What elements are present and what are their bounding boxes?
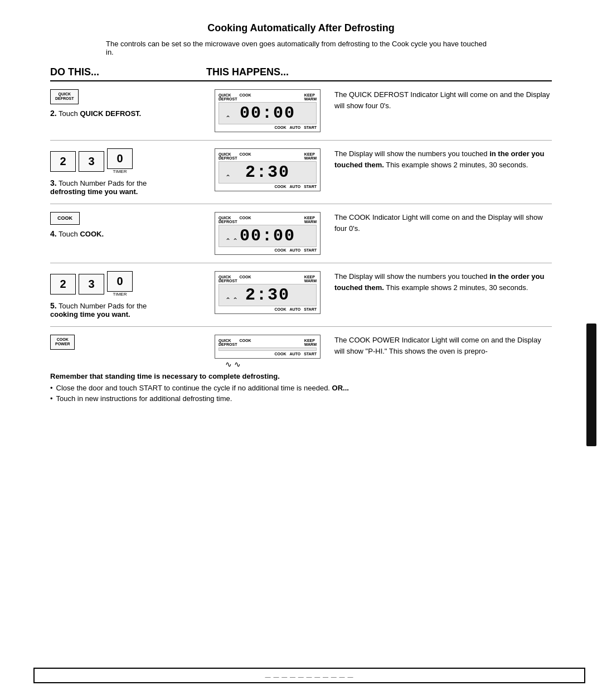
bottom-bar-text: — — — — — — — — — — — [265, 674, 354, 680]
mw-display-5: QUICKDEFROST COOK KEEPWARM ⌃ ⌃ 2:30 COOK… [215, 271, 321, 314]
timer-label-a: TIMER [113, 169, 127, 174]
step-3-label: Touch Number Pads for thedefrosting time… [50, 179, 147, 196]
display-1-screen: 00:00 [219, 102, 317, 124]
mw-display-6: QUICKDEFROST COOK KEEPWARM ∿ ∿ COOK AUTO… [215, 335, 321, 359]
step-6-desc: The COOK POWER Indicator Light will come… [334, 335, 552, 356]
bullet-2: • Touch in new instructions for addition… [50, 394, 552, 403]
step-row-4: COOK 4. Touch COOK. QUICKDEFROST COOK KE… [50, 204, 552, 263]
step-row-1: QUICK DEFROST 2. Touch QUICK DEFROST. QU… [50, 81, 552, 141]
step-5-number: 5. [50, 301, 57, 310]
bullet-1: • Close the door and touch START to cont… [50, 384, 552, 392]
display-6-screen [219, 347, 317, 351]
num-3-button-b[interactable]: 3 [79, 274, 104, 295]
cook-power-button[interactable]: COOK POWER [50, 335, 75, 350]
step-3-desc: The Display will show the numbers you to… [334, 148, 552, 170]
col-do-header: DO THIS... [50, 66, 206, 78]
timer-label-b: TIMER [113, 292, 127, 297]
step-row-6: COOK POWER QUICKDEFROST COOK KEEPWARM ∿ … [50, 327, 552, 366]
page-title: Cooking Automatically After Defrosting [33, 22, 569, 34]
step-4-label: Touch COOK. [59, 230, 104, 238]
col-happens-header: THIS HAPPENS... [206, 66, 362, 78]
step-row-3: 2 3 0 TIMER 3. Touch Number Pads for the… [50, 141, 552, 204]
scrollbar[interactable] [586, 324, 596, 446]
step-4-number: 4. [50, 229, 57, 238]
num-2-button-b[interactable]: 2 [50, 274, 76, 295]
remember-note: Remember that standing time is necessary… [50, 372, 552, 380]
step-3-number: 3. [50, 178, 57, 187]
display-3-screen: 2:30 [219, 161, 317, 184]
step-5-desc: The Display will show the numbers you to… [334, 271, 552, 293]
bottom-section: Remember that standing time is necessary… [50, 366, 552, 403]
num-0-button-b[interactable]: 0 [107, 271, 133, 292]
step-1-number: 2. [50, 109, 57, 118]
mw-display-1: QUICKDEFROST COOK KEEPWARM ⌃ 00:00 COOK … [215, 89, 321, 132]
num-2-button-a[interactable]: 2 [50, 151, 76, 172]
num-3-button-a[interactable]: 3 [79, 151, 104, 172]
step-2-label: Touch QUICK DEFROST. [59, 109, 141, 118]
step-1-desc: The QUICK DEFROST Indicator Light will c… [334, 89, 552, 111]
num-0-button-a[interactable]: 0 [107, 148, 133, 169]
step-row-5: 2 3 0 TIMER 5. Touch Number Pads for the… [50, 263, 552, 327]
step-5-label: Touch Number Pads for thecooking time yo… [50, 302, 147, 318]
cook-button[interactable]: COOK [50, 212, 80, 225]
quick-defrost-button[interactable]: QUICK DEFROST [50, 89, 79, 104]
step-4-desc: The COOK Indicator Light will come on an… [334, 212, 552, 234]
bottom-bar: — — — — — — — — — — — [33, 668, 585, 683]
page-subtitle: The controls can be set so the microwave… [106, 40, 496, 56]
mw-display-4: QUICKDEFROST COOK KEEPWARM ⌃ ⌃ 00:00 COO… [215, 212, 321, 255]
mw-display-3: QUICKDEFROST COOK KEEPWARM ⌃ 2:30 COOK A… [215, 148, 321, 191]
